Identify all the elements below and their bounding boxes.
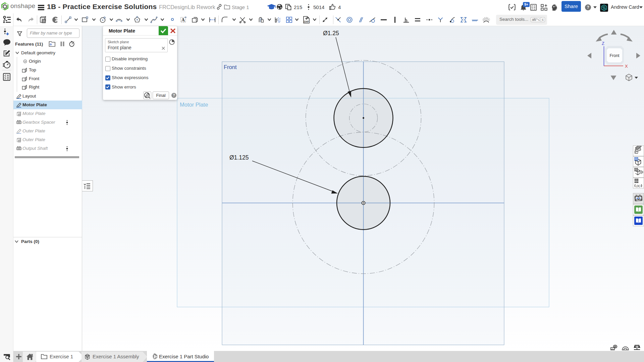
svg-text:?: ? xyxy=(587,5,589,10)
svg-text:DXF: DXF xyxy=(304,20,309,23)
svg-text:): ) xyxy=(639,184,641,188)
svg-text:Z: Z xyxy=(602,41,604,46)
svg-text:Ø1.125: Ø1.125 xyxy=(229,154,249,161)
svg-text:Front: Front xyxy=(224,64,237,70)
svg-text:X: X xyxy=(625,64,628,69)
svg-text:A: A xyxy=(181,17,185,22)
svg-text:Motor Plate: Motor Plate xyxy=(180,102,208,108)
svg-text:Ø1.25: Ø1.25 xyxy=(323,30,339,37)
svg-text:Front: Front xyxy=(609,53,620,58)
